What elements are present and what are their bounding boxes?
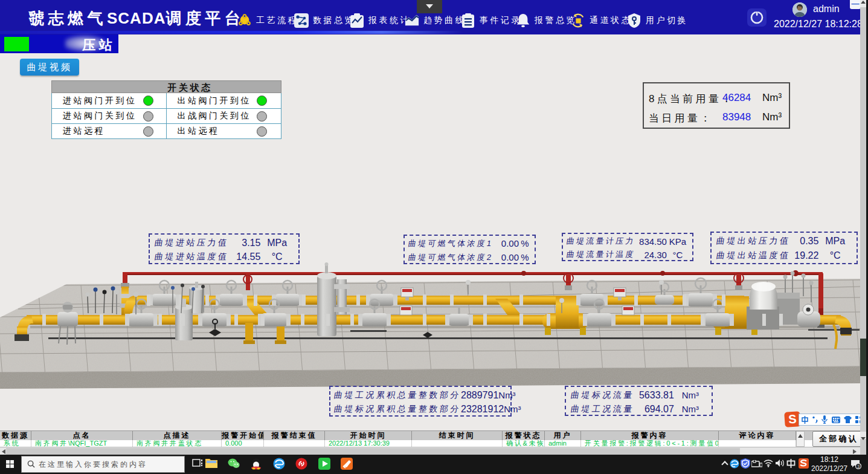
svg-text:3: 3 [857, 464, 860, 469]
